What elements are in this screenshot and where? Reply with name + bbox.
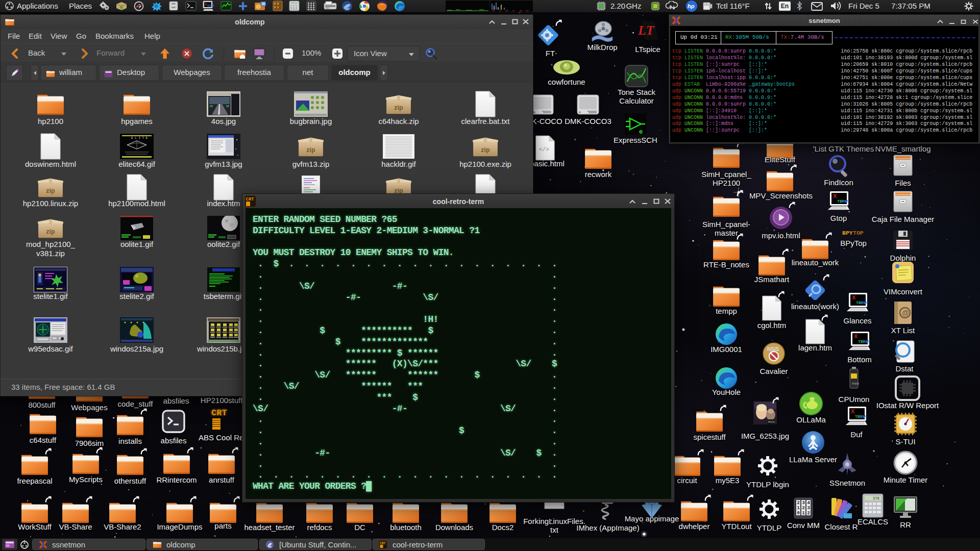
svg-text:hp: hp — [688, 3, 695, 9]
svg-text:CRT: CRT — [211, 408, 227, 418]
svg-text:4: 4 — [807, 500, 811, 506]
svg-text:1: 1 — [802, 511, 805, 516]
svg-text:1: 1 — [797, 506, 800, 511]
svg-text:TERM: TERM — [207, 4, 214, 7]
svg-text:0: 0 — [797, 511, 800, 516]
svg-text:e: e — [639, 128, 643, 135]
svg-text:TOP: TOP — [853, 230, 864, 236]
svg-text:B: B — [274, 3, 276, 6]
svg-text:CPU: CPU — [704, 4, 709, 6]
svg-text:S: S — [277, 6, 279, 9]
svg-text:BPY: BPY — [842, 230, 853, 236]
svg-text:3: 3 — [802, 500, 805, 506]
svg-text:2: 2 — [807, 511, 810, 516]
svg-text:2: 2 — [802, 506, 805, 511]
svg-text:B: B — [277, 3, 279, 6]
svg-text:3: 3 — [807, 506, 810, 511]
svg-text:ROCK: ROCK — [768, 421, 775, 423]
svg-text:2: 2 — [797, 500, 800, 506]
svg-text:CRT: CRT — [380, 542, 386, 545]
svg-text:E L I T E: E L I T E — [131, 136, 148, 140]
svg-text:PWR: PWR — [852, 382, 859, 385]
svg-text:D: D — [274, 6, 276, 9]
svg-text:@: @ — [902, 309, 909, 317]
svg-text:</>: </> — [539, 146, 549, 153]
svg-text:378: 378 — [873, 496, 879, 500]
svg-text:FAX: FAX — [326, 7, 330, 9]
svg-text:LT: LT — [638, 23, 654, 38]
